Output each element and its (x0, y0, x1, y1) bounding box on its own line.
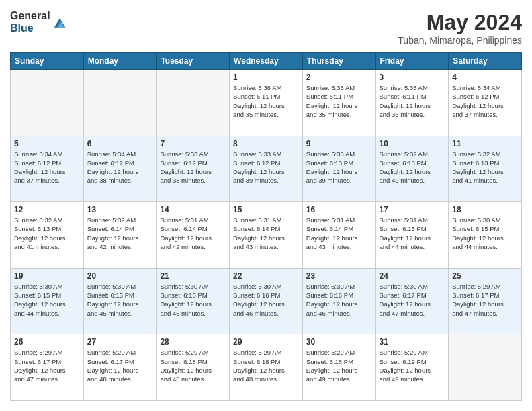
day-number: 9 (306, 139, 372, 148)
day-number: 4 (452, 73, 518, 82)
day-number: 12 (14, 205, 80, 214)
calendar-cell: 18Sunrise: 5:30 AM Sunset: 6:15 PM Dayli… (449, 202, 522, 269)
cell-info: Sunrise: 5:33 AM Sunset: 6:13 PM Dayligh… (306, 150, 372, 185)
calendar-cell: 25Sunrise: 5:29 AM Sunset: 6:17 PM Dayli… (449, 268, 522, 334)
cell-info: Sunrise: 5:30 AM Sunset: 6:15 PM Dayligh… (87, 282, 153, 318)
calendar-cell (11, 70, 84, 136)
calendar-cell: 11Sunrise: 5:32 AM Sunset: 6:13 PM Dayli… (449, 136, 522, 202)
cell-info: Sunrise: 5:29 AM Sunset: 6:17 PM Dayligh… (87, 348, 153, 383)
calendar-cell: 14Sunrise: 5:31 AM Sunset: 6:14 PM Dayli… (157, 202, 230, 269)
calendar-cell: 24Sunrise: 5:30 AM Sunset: 6:17 PM Dayli… (375, 268, 449, 334)
day-number: 29 (233, 337, 299, 347)
day-number: 13 (87, 205, 153, 214)
day-number: 7 (160, 139, 226, 148)
day-number: 2 (306, 73, 372, 82)
cell-info: Sunrise: 5:31 AM Sunset: 6:14 PM Dayligh… (306, 216, 372, 251)
day-number: 21 (160, 271, 226, 281)
calendar-cell: 8Sunrise: 5:33 AM Sunset: 6:12 PM Daylig… (230, 136, 303, 202)
cell-info: Sunrise: 5:29 AM Sunset: 6:18 PM Dayligh… (160, 348, 226, 383)
logo-blue: Blue (10, 22, 50, 34)
day-number: 23 (306, 271, 372, 281)
title-section: May 2024 Tuban, Mimaropa, Philippines (398, 10, 522, 46)
cell-info: Sunrise: 5:36 AM Sunset: 6:11 PM Dayligh… (233, 83, 299, 119)
weekday-header: Tuesday (157, 53, 230, 70)
location-title: Tuban, Mimaropa, Philippines (398, 35, 522, 46)
weekday-header: Monday (83, 53, 157, 70)
cell-info: Sunrise: 5:30 AM Sunset: 6:17 PM Dayligh… (380, 282, 445, 318)
header: General Blue May 2024 Tuban, Mimaropa, P… (10, 10, 522, 46)
day-number: 16 (306, 205, 372, 214)
calendar-cell: 31Sunrise: 5:29 AM Sunset: 6:19 PM Dayli… (375, 334, 449, 401)
cell-info: Sunrise: 5:32 AM Sunset: 6:13 PM Dayligh… (14, 216, 80, 251)
month-title: May 2024 (398, 10, 522, 35)
calendar-cell: 26Sunrise: 5:29 AM Sunset: 6:17 PM Dayli… (11, 334, 84, 401)
cell-info: Sunrise: 5:32 AM Sunset: 6:14 PM Dayligh… (87, 216, 153, 251)
calendar-cell: 21Sunrise: 5:30 AM Sunset: 6:16 PM Dayli… (157, 268, 230, 334)
calendar-cell (449, 334, 522, 401)
calendar-cell: 2Sunrise: 5:35 AM Sunset: 6:11 PM Daylig… (302, 70, 375, 136)
cell-info: Sunrise: 5:33 AM Sunset: 6:12 PM Dayligh… (160, 150, 226, 185)
day-number: 28 (160, 337, 226, 347)
calendar-cell: 22Sunrise: 5:30 AM Sunset: 6:16 PM Dayli… (230, 268, 303, 334)
calendar-cell: 16Sunrise: 5:31 AM Sunset: 6:14 PM Dayli… (302, 202, 375, 269)
calendar-cell: 10Sunrise: 5:32 AM Sunset: 6:13 PM Dayli… (375, 136, 449, 202)
weekday-header: Sunday (11, 53, 84, 70)
calendar-table: SundayMondayTuesdayWednesdayThursdayFrid… (10, 52, 522, 401)
cell-info: Sunrise: 5:30 AM Sunset: 6:16 PM Dayligh… (233, 282, 299, 318)
cell-info: Sunrise: 5:29 AM Sunset: 6:18 PM Dayligh… (306, 348, 372, 383)
cell-info: Sunrise: 5:34 AM Sunset: 6:12 PM Dayligh… (87, 150, 153, 185)
cell-info: Sunrise: 5:32 AM Sunset: 6:13 PM Dayligh… (380, 150, 445, 185)
cell-info: Sunrise: 5:31 AM Sunset: 6:14 PM Dayligh… (160, 216, 226, 251)
day-number: 3 (380, 73, 445, 82)
calendar-cell: 30Sunrise: 5:29 AM Sunset: 6:18 PM Dayli… (302, 334, 375, 401)
day-number: 6 (87, 139, 153, 148)
day-number: 17 (380, 205, 445, 214)
day-number: 22 (233, 271, 299, 281)
calendar-cell: 12Sunrise: 5:32 AM Sunset: 6:13 PM Dayli… (11, 202, 84, 269)
cell-info: Sunrise: 5:34 AM Sunset: 6:12 PM Dayligh… (14, 150, 80, 185)
day-number: 20 (87, 271, 153, 281)
cell-info: Sunrise: 5:34 AM Sunset: 6:12 PM Dayligh… (452, 83, 518, 119)
calendar-cell: 9Sunrise: 5:33 AM Sunset: 6:13 PM Daylig… (302, 136, 375, 202)
day-number: 15 (233, 205, 299, 214)
day-number: 31 (380, 337, 445, 347)
cell-info: Sunrise: 5:29 AM Sunset: 6:17 PM Dayligh… (452, 282, 518, 318)
cell-info: Sunrise: 5:29 AM Sunset: 6:17 PM Dayligh… (14, 348, 80, 383)
weekday-header: Thursday (302, 53, 375, 70)
cell-info: Sunrise: 5:33 AM Sunset: 6:12 PM Dayligh… (233, 150, 299, 185)
calendar-cell: 6Sunrise: 5:34 AM Sunset: 6:12 PM Daylig… (83, 136, 157, 202)
cell-info: Sunrise: 5:35 AM Sunset: 6:11 PM Dayligh… (306, 83, 372, 119)
cell-info: Sunrise: 5:30 AM Sunset: 6:15 PM Dayligh… (452, 216, 518, 251)
day-number: 26 (14, 337, 80, 347)
calendar-cell: 13Sunrise: 5:32 AM Sunset: 6:14 PM Dayli… (83, 202, 157, 269)
calendar-cell: 5Sunrise: 5:34 AM Sunset: 6:12 PM Daylig… (11, 136, 84, 202)
cell-info: Sunrise: 5:29 AM Sunset: 6:18 PM Dayligh… (233, 348, 299, 383)
logo: General Blue (10, 10, 66, 34)
day-number: 24 (380, 271, 445, 281)
weekday-header: Friday (375, 53, 449, 70)
logo-general: General (10, 10, 50, 22)
cell-info: Sunrise: 5:31 AM Sunset: 6:14 PM Dayligh… (233, 216, 299, 251)
calendar-cell: 19Sunrise: 5:30 AM Sunset: 6:15 PM Dayli… (11, 268, 84, 334)
logo-icon (53, 16, 66, 30)
calendar-cell: 15Sunrise: 5:31 AM Sunset: 6:14 PM Dayli… (230, 202, 303, 269)
cell-info: Sunrise: 5:32 AM Sunset: 6:13 PM Dayligh… (452, 150, 518, 185)
calendar-cell: 4Sunrise: 5:34 AM Sunset: 6:12 PM Daylig… (449, 70, 522, 136)
calendar-cell: 1Sunrise: 5:36 AM Sunset: 6:11 PM Daylig… (230, 70, 303, 136)
calendar-cell: 3Sunrise: 5:35 AM Sunset: 6:11 PM Daylig… (375, 70, 449, 136)
day-number: 25 (452, 271, 518, 281)
calendar-cell: 29Sunrise: 5:29 AM Sunset: 6:18 PM Dayli… (230, 334, 303, 401)
day-number: 10 (380, 139, 445, 148)
calendar-cell: 23Sunrise: 5:30 AM Sunset: 6:16 PM Dayli… (302, 268, 375, 334)
cell-info: Sunrise: 5:35 AM Sunset: 6:11 PM Dayligh… (380, 83, 445, 119)
weekday-header: Saturday (449, 53, 522, 70)
day-number: 5 (14, 139, 80, 148)
day-number: 18 (452, 205, 518, 214)
calendar-cell: 7Sunrise: 5:33 AM Sunset: 6:12 PM Daylig… (157, 136, 230, 202)
cell-info: Sunrise: 5:30 AM Sunset: 6:15 PM Dayligh… (14, 282, 80, 318)
day-number: 27 (87, 337, 153, 347)
cell-info: Sunrise: 5:29 AM Sunset: 6:19 PM Dayligh… (380, 348, 445, 383)
calendar-cell (157, 70, 230, 136)
calendar-cell: 27Sunrise: 5:29 AM Sunset: 6:17 PM Dayli… (83, 334, 157, 401)
weekday-header: Wednesday (230, 53, 303, 70)
